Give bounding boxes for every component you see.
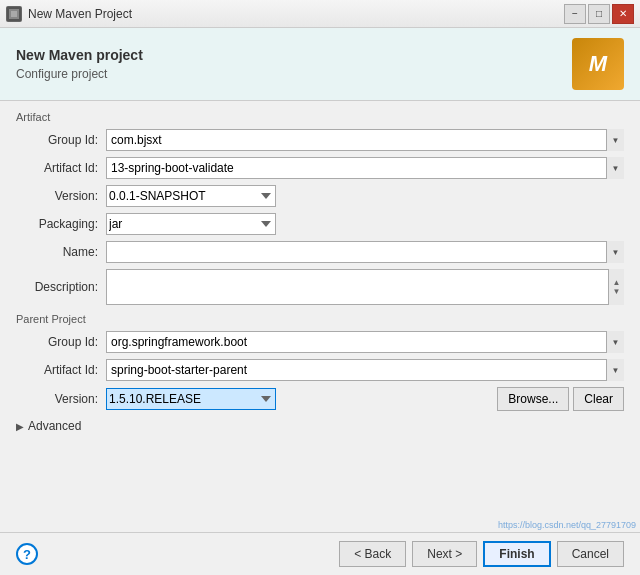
dialog-footer: ? < Back Next > Finish Cancel <box>0 532 640 575</box>
parent-artifact-id-label: Artifact Id: <box>16 363 106 377</box>
clear-button[interactable]: Clear <box>573 387 624 411</box>
description-input[interactable] <box>106 269 624 305</box>
advanced-label: Advanced <box>28 419 81 433</box>
minimize-button[interactable]: − <box>564 4 586 24</box>
title-bar: New Maven Project − □ ✕ <box>0 0 640 28</box>
group-id-input[interactable] <box>106 129 624 151</box>
watermark: https://blog.csdn.net/qq_27791709 <box>0 520 640 532</box>
group-id-label: Group Id: <box>16 133 106 147</box>
window-controls: − □ ✕ <box>564 4 634 24</box>
help-button[interactable]: ? <box>16 543 38 565</box>
parent-artifact-id-dropdown-button[interactable]: ▼ <box>606 359 624 381</box>
name-combo: ▼ <box>106 241 624 263</box>
version-row-artifact: Version: 0.0.1-SNAPSHOT <box>16 185 624 207</box>
name-row: Name: ▼ <box>16 241 624 263</box>
scroll-down-icon[interactable]: ▼ <box>613 287 621 296</box>
artifact-id-dropdown-button[interactable]: ▼ <box>606 157 624 179</box>
parent-group-id-dropdown-button[interactable]: ▼ <box>606 331 624 353</box>
dialog-title: New Maven project <box>16 47 572 63</box>
description-wrapper: ▲ ▼ <box>106 269 624 305</box>
version-select-artifact[interactable]: 0.0.1-SNAPSHOT <box>106 185 276 207</box>
group-id-row: Group Id: ▼ <box>16 129 624 151</box>
cancel-button[interactable]: Cancel <box>557 541 624 567</box>
group-id-combo: ▼ <box>106 129 624 151</box>
footer-right: < Back Next > Finish Cancel <box>339 541 624 567</box>
parent-group-id-combo: ▼ <box>106 331 624 353</box>
name-label: Name: <box>16 245 106 259</box>
name-dropdown-button[interactable]: ▼ <box>606 241 624 263</box>
footer-left: ? <box>16 543 38 565</box>
packaging-row: Packaging: jar war pom ear <box>16 213 624 235</box>
scroll-up-icon[interactable]: ▲ <box>613 278 621 287</box>
artifact-id-combo: ▼ <box>106 157 624 179</box>
version-label-artifact: Version: <box>16 189 106 203</box>
group-id-dropdown-button[interactable]: ▼ <box>606 129 624 151</box>
browse-button[interactable]: Browse... <box>497 387 569 411</box>
version-select-wrapper: 0.0.1-SNAPSHOT <box>106 185 276 207</box>
artifact-section-label: Artifact <box>16 111 624 123</box>
parent-version-row: Version: 1.5.10.RELEASE Browse... Clear <box>16 387 624 411</box>
maven-icon-label: M <box>589 51 607 77</box>
maximize-button[interactable]: □ <box>588 4 610 24</box>
header-text-area: New Maven project Configure project <box>16 47 572 81</box>
parent-artifact-id-input[interactable] <box>106 359 624 381</box>
artifact-id-label: Artifact Id: <box>16 161 106 175</box>
artifact-id-row: Artifact Id: ▼ <box>16 157 624 179</box>
advanced-row[interactable]: ▶ Advanced <box>16 419 624 433</box>
packaging-select-wrapper: jar war pom ear <box>106 213 276 235</box>
description-label: Description: <box>16 280 106 294</box>
svg-rect-2 <box>11 11 17 17</box>
parent-version-select[interactable]: 1.5.10.RELEASE <box>106 388 276 410</box>
dialog-body: New Maven project Configure project M Ar… <box>0 28 640 575</box>
next-button[interactable]: Next > <box>412 541 477 567</box>
window-title: New Maven Project <box>28 7 132 21</box>
packaging-label: Packaging: <box>16 217 106 231</box>
finish-button[interactable]: Finish <box>483 541 550 567</box>
dialog-content: Artifact Group Id: ▼ Artifact Id: ▼ Vers… <box>0 101 640 520</box>
back-button[interactable]: < Back <box>339 541 406 567</box>
advanced-arrow-icon: ▶ <box>16 421 24 432</box>
parent-project-section-label: Parent Project <box>16 313 624 325</box>
parent-artifact-id-combo: ▼ <box>106 359 624 381</box>
maven-icon: M <box>572 38 624 90</box>
artifact-id-input[interactable] <box>106 157 624 179</box>
parent-group-id-row: Group Id: ▼ <box>16 331 624 353</box>
packaging-select[interactable]: jar war pom ear <box>106 213 276 235</box>
parent-group-id-label: Group Id: <box>16 335 106 349</box>
dialog-header: New Maven project Configure project M <box>0 28 640 101</box>
parent-artifact-id-row: Artifact Id: ▼ <box>16 359 624 381</box>
description-scrollbar: ▲ ▼ <box>608 269 624 305</box>
description-row: Description: ▲ ▼ <box>16 269 624 305</box>
app-icon <box>6 6 22 22</box>
parent-version-label: Version: <box>16 392 106 406</box>
close-button[interactable]: ✕ <box>612 4 634 24</box>
name-input[interactable] <box>106 241 624 263</box>
parent-group-id-input[interactable] <box>106 331 624 353</box>
dialog-subtitle: Configure project <box>16 67 572 81</box>
